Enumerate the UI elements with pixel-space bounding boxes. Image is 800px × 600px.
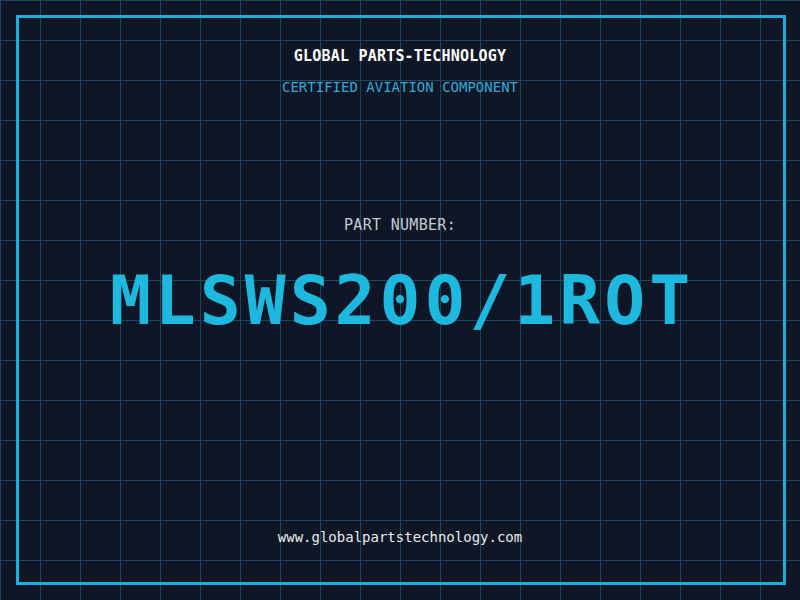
part-certificate-page: GLOBAL PARTS-TECHNOLOGY CERTIFIED AVIATI… xyxy=(0,0,800,600)
company-name-title: GLOBAL PARTS-TECHNOLOGY xyxy=(0,49,800,64)
certification-subtitle: CERTIFIED AVIATION COMPONENT xyxy=(0,80,800,94)
website-url: www.globalpartstechnology.com xyxy=(0,530,800,544)
part-number-label: PART NUMBER: xyxy=(0,218,800,233)
part-number-value: MLSWS200/1ROT xyxy=(2,267,800,335)
